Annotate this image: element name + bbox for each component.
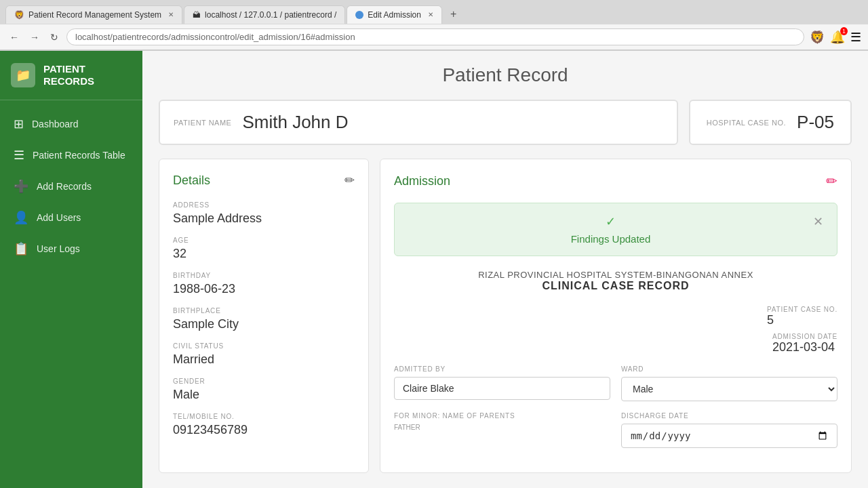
main-content: Patient Record PATIENT NAME Smith John D… xyxy=(142,51,868,488)
sidebar-label-dashboard: Dashboard xyxy=(32,119,79,129)
admitted-by-label: ADMITTED BY xyxy=(394,365,610,373)
details-panel-title: Details xyxy=(173,174,210,188)
url-input[interactable]: localhost/patientrecords/admissioncontro… xyxy=(66,28,804,45)
address-field: ADDRESS Sample Address xyxy=(173,201,355,226)
tab-edit-admission[interactable]: Edit Admission ✕ xyxy=(347,5,442,24)
check-icon: ✓ xyxy=(606,214,616,229)
add-records-icon: ➕ xyxy=(14,179,28,194)
gender-value: Male xyxy=(173,388,355,402)
birthday-field: BIRTHDAY 1988-06-23 xyxy=(173,272,355,296)
address-value: Sample Address xyxy=(173,211,355,226)
alert-message: Findings Updated xyxy=(571,233,651,245)
age-value: 32 xyxy=(173,247,355,261)
case-no-value: P-05 xyxy=(797,112,834,133)
ward-select[interactable]: Male Female xyxy=(621,377,837,401)
sidebar-item-patient-records-table[interactable]: ☰ Patient Records Table xyxy=(0,140,142,171)
admitted-ward-row: ADMITTED BY WARD Male Female xyxy=(394,365,837,401)
age-field: AGE 32 xyxy=(173,237,355,261)
sidebar-item-dashboard[interactable]: ⊞ Dashboard xyxy=(0,108,142,140)
discharge-date-group: DISCHARGE DATE xyxy=(621,412,837,448)
add-users-icon: 👤 xyxy=(14,210,28,225)
notification-icon[interactable]: 🔔1 xyxy=(830,30,845,45)
sidebar-nav: ⊞ Dashboard ☰ Patient Records Table ➕ Ad… xyxy=(0,100,142,488)
patient-name-value: Smith John D xyxy=(242,112,348,133)
address-bar: ← → ↻ localhost/patientrecords/admission… xyxy=(0,24,868,50)
record-title: CLINICAL CASE RECORD xyxy=(394,280,837,292)
sidebar: 📁 PATIENTRECORDS ⊞ Dashboard ☰ Patient R… xyxy=(0,51,142,488)
alert-close-button[interactable]: ✕ xyxy=(813,214,823,229)
details-panel: Details ✏ ADDRESS Sample Address AGE 32 … xyxy=(159,159,369,473)
admission-panel: Admission ✏ ✓ Findings Updated ✕ RIZAL P… xyxy=(380,159,852,473)
patient-case-no-value: 5 xyxy=(767,313,837,327)
user-logs-icon: 📋 xyxy=(14,241,28,256)
panels: Details ✏ ADDRESS Sample Address AGE 32 … xyxy=(159,159,852,473)
clinical-header: RIZAL PROVINCIAL HOSPITAL SYSTEM-BINANGO… xyxy=(394,270,837,292)
tab-close-3[interactable]: ✕ xyxy=(428,11,433,18)
tel-label: TEL/MOBILE NO. xyxy=(173,413,355,420)
case-no-card: HOSPITAL CASE NO. P-05 xyxy=(689,100,852,145)
sidebar-label-add-users: Add Users xyxy=(37,212,81,223)
birthday-value: 1988-06-23 xyxy=(173,282,355,296)
birthplace-label: BIRTHPLACE xyxy=(173,307,355,314)
admission-panel-title: Admission xyxy=(394,174,450,188)
birthplace-value: Sample City xyxy=(173,317,355,331)
case-no-label: HOSPITAL CASE NO. xyxy=(707,119,786,127)
patient-case-no-field: PATIENT CASE NO. 5 xyxy=(767,306,837,327)
sidebar-label-add-records: Add Records xyxy=(37,181,92,192)
birthplace-field: BIRTHPLACE Sample City xyxy=(173,307,355,331)
sidebar-item-user-logs[interactable]: 📋 User Logs xyxy=(0,233,142,264)
sidebar-logo: 📁 xyxy=(11,63,35,87)
dashboard-icon: ⊞ xyxy=(14,117,24,131)
minor-discharge-row: FOR MINOR: NAME OF PARENTS FATHER DISCHA… xyxy=(394,412,837,448)
tab-bar: 🦁 Patient Record Management System ✕ 🏔 l… xyxy=(0,0,868,24)
father-label: FATHER xyxy=(394,424,610,431)
new-tab-button[interactable]: + xyxy=(443,4,463,24)
tab-localhost[interactable]: 🏔 localhost / 127.0.0.1 / patientrecord … xyxy=(184,5,345,24)
record-meta: PATIENT CASE NO. 5 ADMISSION DATE 2021-0… xyxy=(394,306,837,354)
sidebar-header: 📁 PATIENTRECORDS xyxy=(0,51,142,100)
admitted-by-input[interactable] xyxy=(394,377,610,400)
civil-status-value: Married xyxy=(173,352,355,367)
minor-label: FOR MINOR: NAME OF PARENTS xyxy=(394,412,610,420)
admission-edit-icon[interactable]: ✏ xyxy=(826,173,837,189)
admission-date-value: 2021-03-04 xyxy=(772,340,837,354)
patient-case-no-label: PATIENT CASE NO. xyxy=(767,306,837,313)
reload-button[interactable]: ↻ xyxy=(47,30,61,44)
ward-label: WARD xyxy=(621,365,837,373)
back-button[interactable]: ← xyxy=(7,30,22,44)
sidebar-title: PATIENTRECORDS xyxy=(43,63,94,87)
patient-name-card: PATIENT NAME Smith John D xyxy=(159,100,678,145)
sidebar-label-user-logs: User Logs xyxy=(37,243,80,254)
sidebar-item-add-users[interactable]: 👤 Add Users xyxy=(0,202,142,233)
birthday-label: BIRTHDAY xyxy=(173,272,355,279)
discharge-date-label: DISCHARGE DATE xyxy=(621,412,837,420)
minor-group: FOR MINOR: NAME OF PARENTS FATHER xyxy=(394,412,610,448)
browser-actions: 🦁 🔔1 ☰ xyxy=(810,30,861,45)
gender-field: GENDER Male xyxy=(173,378,355,402)
tab-patient-record-mgmt[interactable]: 🦁 Patient Record Management System ✕ xyxy=(5,5,182,24)
sidebar-item-add-records[interactable]: ➕ Add Records xyxy=(0,171,142,202)
civil-status-label: CIVIL STATUS xyxy=(173,342,355,350)
table-icon: ☰ xyxy=(14,148,24,163)
hospital-name: RIZAL PROVINCIAL HOSPITAL SYSTEM-BINANGO… xyxy=(394,270,837,280)
gender-label: GENDER xyxy=(173,378,355,385)
sidebar-label-patient-records: Patient Records Table xyxy=(33,150,125,161)
alert-content: ✓ Findings Updated xyxy=(408,214,813,245)
admission-panel-header: Admission ✏ xyxy=(394,173,837,189)
menu-button[interactable]: ☰ xyxy=(850,30,861,45)
tab-close-1[interactable]: ✕ xyxy=(168,11,174,18)
discharge-date-input[interactable] xyxy=(621,424,837,448)
app-container: 📁 PATIENTRECORDS ⊞ Dashboard ☰ Patient R… xyxy=(0,51,868,488)
admitted-by-group: ADMITTED BY xyxy=(394,365,610,401)
forward-button[interactable]: → xyxy=(27,30,42,44)
details-panel-header: Details ✏ xyxy=(173,173,355,188)
success-alert: ✓ Findings Updated ✕ xyxy=(394,203,837,256)
browser-chrome: 🦁 Patient Record Management System ✕ 🏔 l… xyxy=(0,0,868,51)
admission-date-label: ADMISSION DATE xyxy=(772,333,837,340)
admission-date-field: ADMISSION DATE 2021-03-04 xyxy=(772,333,837,354)
address-label: ADDRESS xyxy=(173,201,355,209)
civil-status-field: CIVIL STATUS Married xyxy=(173,342,355,367)
edit-details-icon[interactable]: ✏ xyxy=(344,173,355,188)
page-title: Patient Record xyxy=(159,64,852,86)
patient-info-bar: PATIENT NAME Smith John D HOSPITAL CASE … xyxy=(159,100,852,145)
